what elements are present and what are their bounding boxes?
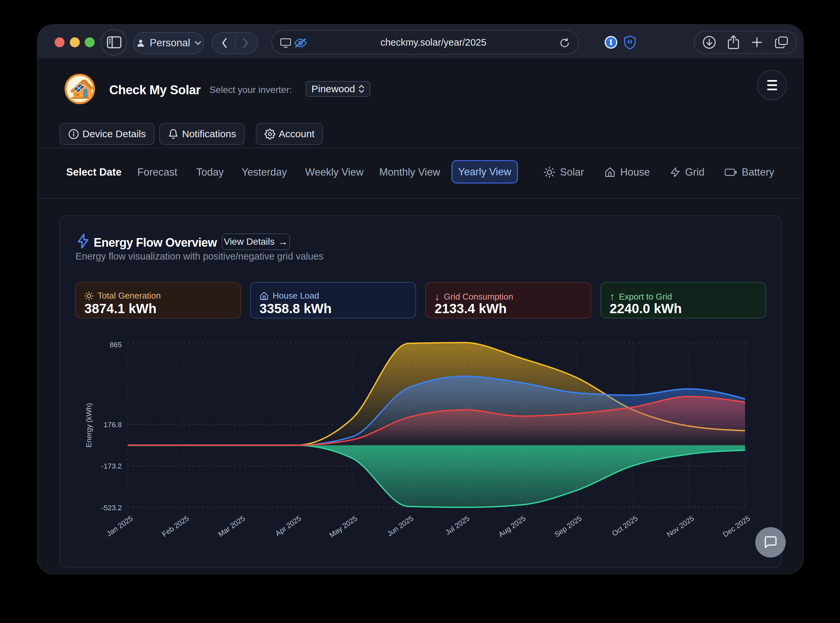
svg-text:Sep 2025: Sep 2025 <box>553 514 583 539</box>
svg-text:May 2025: May 2025 <box>328 514 359 539</box>
svg-text:-523.2: -523.2 <box>101 503 122 512</box>
svg-text:176.8: 176.8 <box>104 420 122 429</box>
svg-text:Aug 2025: Aug 2025 <box>497 514 527 539</box>
svg-text:Oct 2025: Oct 2025 <box>610 514 639 538</box>
svg-text:865: 865 <box>109 341 122 349</box>
svg-text:Jan 2025: Jan 2025 <box>105 514 134 538</box>
svg-text:Apr 2025: Apr 2025 <box>274 514 303 538</box>
svg-text:Nov 2025: Nov 2025 <box>665 514 695 539</box>
svg-text:Jun 2025: Jun 2025 <box>386 514 415 538</box>
svg-text:-173.2: -173.2 <box>101 462 122 470</box>
svg-text:Jul 2025: Jul 2025 <box>444 514 471 537</box>
svg-text:Mar 2025: Mar 2025 <box>217 514 246 539</box>
svg-text:Energy (kWh): Energy (kWh) <box>85 403 93 447</box>
svg-text:Dec 2025: Dec 2025 <box>721 514 751 539</box>
svg-text:Feb 2025: Feb 2025 <box>160 514 190 539</box>
